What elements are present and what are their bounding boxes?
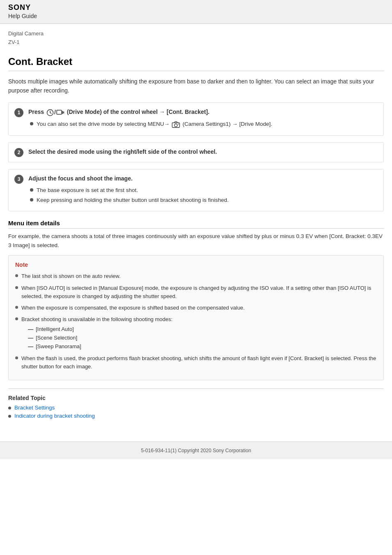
menu-section-text: For example, the camera shoots a total o…	[8, 232, 384, 250]
note-item-4-sublist: — [Intelligent Auto] — [Scene Selection]…	[28, 325, 173, 351]
step-3-bullet-2-text: Keep pressing and holding the shutter bu…	[37, 196, 229, 204]
sub-item-2: — [Scene Selection]	[28, 334, 173, 342]
related-section: Related Topic Bracket Settings Indicator…	[8, 388, 384, 419]
page-title: Cont. Bracket	[8, 56, 384, 71]
breadcrumb-line1: Digital Camera	[8, 30, 384, 38]
related-dot-2	[8, 415, 11, 418]
sony-logo: SONY	[8, 3, 384, 12]
sub-item-3: — [Sweep Panorama]	[28, 342, 173, 351]
main-content: Cont. Bracket Shoots multiple images whi…	[0, 47, 392, 429]
note-dot-4	[15, 317, 18, 320]
svg-text:1: 1	[178, 122, 180, 125]
note-box: Note The last shot is shown on the auto …	[8, 255, 384, 380]
breadcrumb: Digital Camera ZV-1	[0, 24, 392, 47]
step-1-bullet-1-text: You can also set the drive mode by selec…	[37, 120, 272, 129]
related-link-1[interactable]: Bracket Settings	[14, 405, 55, 411]
menu-text-before: You can also set the drive mode by selec…	[37, 121, 171, 127]
note-dot-3	[15, 306, 18, 309]
step-1-title-after: (Drive Mode) of the control wheel → [Con…	[67, 109, 210, 115]
step-3-details: The base exposure is set at the first sh…	[28, 186, 378, 205]
footer-text: 5-016-934-11(1) Copyright 2020 Sony Corp…	[141, 448, 251, 453]
related-dot-1	[8, 407, 11, 409]
sub-dash-2: —	[28, 334, 33, 342]
step-3-bullet-2: Keep pressing and holding the shutter bu…	[30, 196, 378, 204]
note-item-5: When the flash is used, the product perf…	[15, 354, 377, 371]
step-1-bullet-1: You can also set the drive mode by selec…	[30, 120, 378, 129]
related-item-2[interactable]: Indicator during bracket shooting	[8, 413, 384, 419]
svg-rect-1	[57, 110, 62, 114]
note-dot-2	[15, 286, 18, 289]
bullet-dot	[30, 122, 33, 125]
note-dot-5	[15, 356, 18, 359]
note-title: Note	[15, 261, 377, 268]
step-2-number: 2	[14, 148, 23, 157]
step-3-title: Adjust the focus and shoot the image.	[28, 174, 378, 183]
step-2: 2 Select the desired mode using the righ…	[8, 142, 384, 162]
breadcrumb-line2: ZV-1	[8, 38, 384, 47]
footer: 5-016-934-11(1) Copyright 2020 Sony Corp…	[0, 442, 392, 459]
menu-section-title: Menu item details	[8, 220, 384, 229]
sub-item-2-text: [Scene Selection]	[36, 334, 77, 342]
note-item-4: Bracket shooting is unavailable in the f…	[15, 315, 377, 351]
sub-item-1: — [Intelligent Auto]	[28, 325, 173, 334]
note-dot-1	[15, 274, 18, 277]
step-1-title: Press /	[28, 108, 378, 117]
note-item-4-content: Bracket shooting is unavailable in the f…	[21, 315, 173, 351]
steps-container: 1 Press /	[8, 102, 384, 211]
related-title: Related Topic	[8, 395, 384, 401]
note-item-4-text: Bracket shooting is unavailable in the f…	[21, 316, 173, 322]
menu-text-after: (Camera Settings1) → [Drive Mode].	[182, 121, 272, 127]
bullet-dot-3-1	[30, 188, 33, 192]
help-guide-label: Help Guide	[8, 13, 384, 19]
sub-item-3-text: [Sweep Panorama]	[36, 342, 81, 351]
bullet-dot-3-2	[30, 198, 33, 201]
note-item-5-text: When the flash is used, the product perf…	[21, 354, 377, 371]
related-link-2[interactable]: Indicator during bracket shooting	[14, 413, 95, 419]
svg-point-5	[175, 124, 178, 127]
related-item-1[interactable]: Bracket Settings	[8, 405, 384, 411]
step-2-content: Select the desired mode using the right/…	[28, 148, 378, 156]
note-item-1-text: The last shot is shown on the auto revie…	[21, 272, 120, 280]
note-item-2: When [ISO AUTO] is selected in [Manual E…	[15, 284, 377, 301]
step-1-press-label: Press	[28, 109, 46, 115]
sub-dash-3: —	[28, 342, 33, 351]
step-1-number: 1	[14, 108, 23, 117]
camera-settings-icon: 1	[172, 120, 180, 128]
intro-text: Shoots multiple images while automatical…	[8, 77, 384, 95]
step-3-number: 3	[14, 175, 23, 184]
sub-item-1-text: [Intelligent Auto]	[36, 325, 74, 334]
step-3-content: Adjust the focus and shoot the image. Th…	[28, 174, 378, 206]
svg-rect-2	[62, 111, 63, 114]
note-item-3: When the exposure is compensated, the ex…	[15, 304, 377, 312]
drive-mode-icon: /	[46, 108, 65, 117]
note-item-2-text: When [ISO AUTO] is selected in [Manual E…	[21, 284, 377, 301]
note-item-3-text: When the exposure is compensated, the ex…	[21, 304, 244, 312]
step-2-title: Select the desired mode using the right/…	[28, 148, 378, 156]
sub-dash-1: —	[28, 325, 33, 334]
step-3: 3 Adjust the focus and shoot the image. …	[8, 169, 384, 212]
step-3-bullet-1-text: The base exposure is set at the first sh…	[37, 186, 138, 194]
step-1-details: You can also set the drive mode by selec…	[28, 120, 378, 129]
step-3-bullet-1: The base exposure is set at the first sh…	[30, 186, 378, 194]
step-1: 1 Press /	[8, 102, 384, 135]
step-1-content: Press /	[28, 108, 378, 130]
note-item-1: The last shot is shown on the auto revie…	[15, 272, 377, 280]
svg-rect-3	[63, 111, 64, 113]
header: SONY Help Guide	[0, 0, 392, 24]
